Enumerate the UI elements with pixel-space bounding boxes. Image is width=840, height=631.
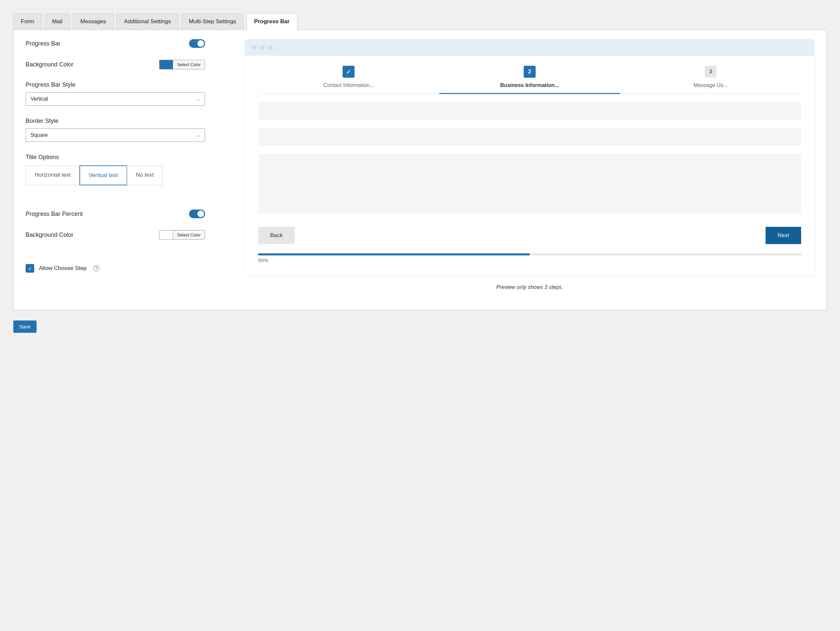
bg-color2-label: Background Color bbox=[25, 232, 73, 238]
preview-column: ✓ Contact Information... 2 Business Info… bbox=[245, 39, 815, 290]
style-select-value: Vertical bbox=[30, 96, 48, 102]
window-dot bbox=[252, 45, 257, 50]
tab-form[interactable]: Form bbox=[13, 13, 42, 30]
step-3[interactable]: 3 Message Us... bbox=[620, 66, 801, 94]
bg-color2-swatch bbox=[159, 230, 173, 240]
bg-color-label: Background Color bbox=[25, 61, 73, 68]
chevron-down-icon: ⌄ bbox=[197, 133, 200, 137]
border-select-value: Square bbox=[30, 132, 48, 138]
progress-track bbox=[258, 253, 801, 256]
select-color2-button[interactable]: Select Color bbox=[173, 230, 205, 240]
next-button[interactable]: Next bbox=[766, 227, 801, 244]
tab-progress-bar[interactable]: Progress Bar bbox=[246, 13, 297, 30]
progress-fill bbox=[258, 253, 530, 256]
chevron-down-icon: ⌄ bbox=[197, 97, 200, 101]
title-option-none[interactable]: No text bbox=[127, 166, 163, 185]
settings-panel: Progress Bar Background Color Select Col… bbox=[13, 30, 827, 311]
title-option-vertical[interactable]: Vertical text bbox=[79, 166, 127, 185]
step-1[interactable]: ✓ Contact Information... bbox=[258, 66, 439, 94]
help-icon[interactable]: ? bbox=[93, 265, 99, 271]
progress-bar-label: Progress Bar bbox=[25, 40, 60, 47]
bg-color2-picker[interactable]: Select Color bbox=[159, 230, 205, 240]
window-dot bbox=[260, 45, 265, 50]
style-label: Progress Bar Style bbox=[25, 81, 205, 88]
check-icon: ✓ bbox=[343, 66, 355, 78]
tab-additional-settings[interactable]: Additional Settings bbox=[116, 13, 178, 30]
tab-multistep-settings[interactable]: Multi-Step Settings bbox=[181, 13, 244, 30]
step-3-number: 3 bbox=[705, 66, 717, 78]
bg-color-swatch bbox=[159, 60, 173, 69]
border-select[interactable]: Square ⌄ bbox=[25, 129, 205, 142]
step-2[interactable]: 2 Business Information... bbox=[439, 66, 621, 94]
step-3-title: Message Us... bbox=[620, 82, 801, 88]
back-button[interactable]: Back bbox=[258, 227, 295, 244]
title-options-label: Title Options bbox=[25, 154, 205, 161]
field-placeholder bbox=[258, 102, 801, 120]
title-option-horizontal[interactable]: Horizontal text bbox=[25, 166, 80, 185]
tab-bar: Form Mail Messages Additional Settings M… bbox=[13, 13, 827, 30]
save-button[interactable]: Save bbox=[13, 320, 36, 333]
step-2-title: Business Information... bbox=[439, 82, 621, 88]
percent-label: Progress Bar Percent bbox=[25, 211, 83, 218]
progress-percent-text: 50% bbox=[258, 257, 801, 263]
allow-choose-step-checkbox[interactable]: ✓ bbox=[25, 264, 34, 273]
percent-toggle[interactable] bbox=[189, 210, 205, 218]
bg-color-picker[interactable]: Select Color bbox=[159, 60, 205, 69]
border-label: Border Style bbox=[25, 118, 205, 125]
divider bbox=[25, 252, 205, 252]
step-2-number: 2 bbox=[524, 66, 535, 78]
stepper: ✓ Contact Information... 2 Business Info… bbox=[258, 66, 801, 94]
window-dot bbox=[268, 45, 273, 50]
step-1-title: Contact Information... bbox=[258, 82, 439, 88]
preview-box: ✓ Contact Information... 2 Business Info… bbox=[245, 39, 815, 275]
style-select[interactable]: Vertical ⌄ bbox=[25, 92, 205, 106]
preview-window-header bbox=[245, 39, 815, 56]
tab-messages[interactable]: Messages bbox=[73, 13, 114, 30]
field-placeholder bbox=[258, 154, 801, 213]
tab-mail[interactable]: Mail bbox=[44, 13, 70, 30]
field-placeholder bbox=[258, 128, 801, 146]
settings-column: Progress Bar Background Color Select Col… bbox=[25, 39, 205, 290]
allow-choose-step-label: Allow Choose Step bbox=[39, 265, 87, 272]
preview-note: Preview only shows 3 steps. bbox=[245, 284, 815, 290]
select-color-button[interactable]: Select Color bbox=[173, 60, 205, 69]
progress-bar-toggle[interactable] bbox=[189, 39, 205, 48]
